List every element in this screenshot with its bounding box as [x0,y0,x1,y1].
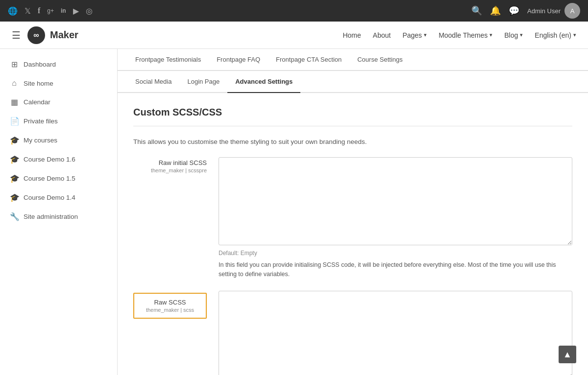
tab-login-page[interactable]: Login Page [179,71,227,93]
raw-initial-scss-default: Default: Empty [219,250,572,257]
brand[interactable]: ∞ Maker [27,26,78,44]
raw-initial-scss-help: In this field you can provide initialisi… [219,260,572,279]
sidebar-course-1-5[interactable]: 🎓 Course Demo 1.5 [0,169,117,188]
sidebar-site-home-label: Site home [24,80,53,87]
chevron-down-icon: ▾ [490,32,492,38]
instagram-icon[interactable]: ◎ [86,6,93,16]
raw-scss-textarea[interactable] [219,291,572,375]
sidebar-private-files-label: Private files [24,117,58,125]
sidebar-site-home[interactable]: ⌂ Site home [0,74,117,93]
sidebar-private-files[interactable]: 📄 Private files [0,112,117,131]
topbar-right: 🔍 🔔 💬 Admin User A [471,3,580,19]
twitter-icon[interactable]: 𝕏 [24,6,31,16]
course-icon-2: 🎓 [10,174,19,183]
layout: ⊞ Dashboard ⌂ Site home ▦ Calendar 📄 Pri… [0,49,588,375]
brand-logo: ∞ [27,26,45,44]
raw-initial-scss-field-col: Default: Empty In this field you can pro… [219,157,572,279]
googleplus-icon[interactable]: g+ [47,7,54,14]
linkedin-icon[interactable]: in [61,7,66,14]
sidebar-calendar-label: Calendar [24,98,50,106]
tabs-row-1: Frontpage Testimonials Frontpage FAQ Fro… [118,49,588,71]
tab-social-media[interactable]: Social Media [127,71,179,93]
calendar-icon: ▦ [10,97,19,107]
section-divider [133,126,572,126]
content-area: Frontpage Testimonials Frontpage FAQ Fro… [118,49,588,375]
raw-initial-scss-textarea[interactable] [219,157,572,245]
nav-blog[interactable]: Blog ▾ [504,31,523,39]
tab-faq[interactable]: Frontpage FAQ [209,49,268,71]
dashboard-icon: ⊞ [10,60,19,69]
section-description: This allows you to customise the theme s… [133,138,572,145]
sidebar-course-1-4[interactable]: 🎓 Course Demo 1.4 [0,188,117,207]
page-title: Custom SCSS/CSS [133,107,572,118]
sidebar: ⊞ Dashboard ⌂ Site home ▦ Calendar 📄 Pri… [0,49,118,375]
tabs-row-2: Social Media Login Page Advanced Setting… [118,71,588,93]
chevron-down-icon: ▾ [424,32,427,38]
raw-scss-label-highlighted: Raw SCSS theme_maker | scss [133,293,207,319]
facebook-icon[interactable]: f [38,6,40,15]
youtube-icon[interactable]: ▶ [73,6,79,16]
sidebar-my-courses[interactable]: 🎓 My courses [0,131,117,150]
search-icon[interactable]: 🔍 [471,5,482,16]
content-inner: Frontpage Testimonials Frontpage FAQ Fro… [118,49,588,375]
tab-testimonials[interactable]: Frontpage Testimonials [127,49,209,71]
raw-scss-row: Raw SCSS theme_maker | scss Default: Emp… [133,291,572,375]
raw-initial-scss-label-col: Raw initial SCSS theme_maker | scssprе [133,157,207,173]
sidebar-my-courses-label: My courses [24,137,57,144]
wrench-icon: 🔧 [10,212,19,221]
sidebar-site-admin-label: Site administration [24,213,78,220]
graduation-icon: 🎓 [10,136,19,145]
nav-language[interactable]: English (en) ▾ [535,31,576,39]
avatar: A [564,3,580,19]
topbar: 🌐 𝕏 f g+ in ▶ ◎ 🔍 🔔 💬 Admin User A [0,0,588,22]
raw-scss-sublabel: theme_maker | scss [141,307,199,313]
raw-scss-label-col: Raw SCSS theme_maker | scss [133,291,207,319]
raw-scss-field-col: Default: Empty [219,291,572,375]
brand-name: Maker [50,29,78,41]
sidebar-course-1-6[interactable]: 🎓 Course Demo 1.6 [0,150,117,169]
tab-course-settings[interactable]: Course Settings [349,49,411,71]
bell-icon[interactable]: 🔔 [490,5,501,16]
topbar-social-icons: 🌐 𝕏 f g+ in ▶ ◎ [8,6,93,16]
nav-moodle-themes[interactable]: Moodle Themes ▾ [439,31,492,39]
tab-advanced-settings[interactable]: Advanced Settings [227,71,300,93]
globe-icon[interactable]: 🌐 [8,6,18,16]
home-icon: ⌂ [10,79,19,88]
chevron-down-icon: ▾ [573,32,576,38]
chat-icon[interactable]: 💬 [509,5,519,16]
sidebar-dashboard[interactable]: ⊞ Dashboard [0,55,117,74]
tab-cta[interactable]: Frontpage CTA Section [268,49,349,71]
nav-about[interactable]: About [373,31,391,39]
hamburger-menu[interactable]: ☰ [12,29,21,41]
sidebar-course-1-6-label: Course Demo 1.6 [24,156,75,163]
user-menu[interactable]: Admin User A [527,3,580,19]
nav-home[interactable]: Home [343,31,361,39]
raw-scss-label: Raw SCSS [141,299,199,306]
sidebar-calendar[interactable]: ▦ Calendar [0,93,117,112]
raw-initial-scss-sublabel: theme_maker | scssprе [133,167,207,173]
course-icon-1: 🎓 [10,155,19,164]
sidebar-course-1-4-label: Course Demo 1.4 [24,194,75,201]
file-icon: 📄 [10,117,19,126]
course-icon-3: 🎓 [10,193,19,202]
nav-links: Home About Pages ▾ Moodle Themes ▾ Blog … [343,31,576,39]
sidebar-dashboard-label: Dashboard [24,61,56,68]
nav-pages[interactable]: Pages ▾ [402,31,427,39]
scroll-to-top-button[interactable]: ▲ [559,346,576,363]
raw-initial-scss-label: Raw initial SCSS [133,159,207,166]
page-content: Custom SCSS/CSS This allows you to custo… [118,93,588,375]
user-name-label: Admin User [527,7,561,15]
sidebar-site-admin[interactable]: 🔧 Site administration [0,207,117,226]
chevron-down-icon: ▾ [520,32,523,38]
raw-initial-scss-row: Raw initial SCSS theme_maker | scssprе D… [133,157,572,279]
sidebar-course-1-5-label: Course Demo 1.5 [24,175,75,182]
main-nav: ☰ ∞ Maker Home About Pages ▾ Moodle Them… [0,22,588,49]
